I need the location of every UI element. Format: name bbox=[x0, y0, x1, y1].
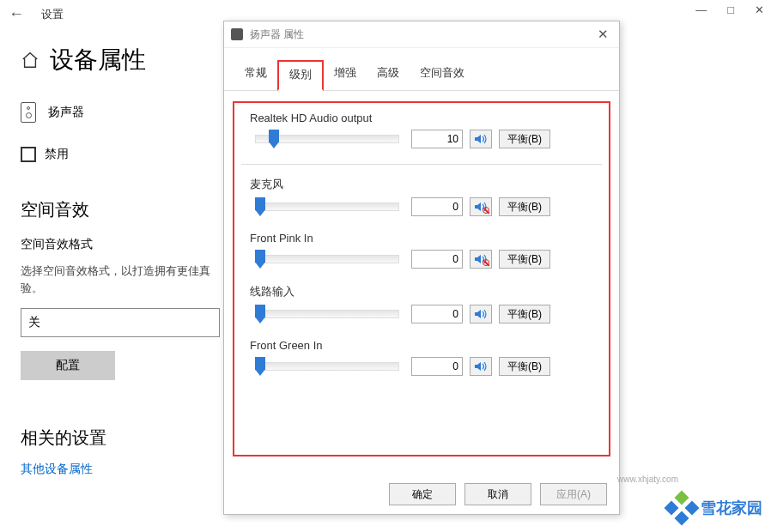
page-title: 设备属性 bbox=[50, 44, 146, 76]
volume-slider[interactable] bbox=[250, 357, 404, 376]
volume-input[interactable] bbox=[411, 305, 463, 323]
balance-button[interactable]: 平衡(B) bbox=[499, 130, 550, 148]
spatial-select[interactable]: 关 bbox=[21, 308, 220, 337]
volume-input[interactable] bbox=[411, 197, 463, 216]
channel-label: Front Pink In bbox=[250, 232, 593, 245]
back-icon[interactable]: ← bbox=[9, 5, 24, 23]
channel-label: 麦克风 bbox=[250, 177, 593, 192]
balance-button[interactable]: 平衡(B) bbox=[499, 250, 550, 269]
window-controls: — □ ✕ bbox=[695, 3, 764, 16]
ok-button[interactable]: 确定 bbox=[389, 483, 456, 505]
tab-空间音效[interactable]: 空间音效 bbox=[410, 60, 475, 90]
volume-slider[interactable] bbox=[250, 305, 404, 323]
mute-button[interactable] bbox=[470, 305, 492, 323]
dialog-close-icon[interactable]: ✕ bbox=[594, 27, 612, 42]
mute-button[interactable] bbox=[470, 130, 492, 148]
mute-button[interactable] bbox=[470, 357, 492, 376]
related-link[interactable]: 其他设备属性 bbox=[21, 462, 93, 477]
speaker-properties-dialog: 扬声器 属性 ✕ 常规级别增强高级空间音效 Realtek HD Audio o… bbox=[223, 21, 620, 515]
maximize-icon[interactable]: □ bbox=[727, 3, 734, 16]
settings-title: 设置 bbox=[41, 7, 64, 22]
channel-label: 线路输入 bbox=[250, 284, 593, 299]
volume-slider[interactable] bbox=[250, 250, 404, 269]
balance-button[interactable]: 平衡(B) bbox=[499, 357, 550, 376]
mute-button[interactable] bbox=[470, 197, 492, 216]
balance-button[interactable]: 平衡(B) bbox=[499, 305, 550, 323]
dialog-icon bbox=[231, 28, 243, 40]
tab-增强[interactable]: 增强 bbox=[324, 60, 367, 90]
device-name[interactable]: 扬声器 bbox=[48, 105, 84, 120]
speaker-device-icon bbox=[21, 102, 36, 123]
channel-label: Front Green In bbox=[250, 339, 593, 352]
volume-slider[interactable] bbox=[250, 130, 404, 148]
minimize-icon[interactable]: — bbox=[695, 3, 707, 16]
spatial-desc: 选择空间音效格式，以打造拥有更佳真验。 bbox=[21, 263, 218, 296]
home-icon[interactable] bbox=[21, 51, 39, 70]
tab-高级[interactable]: 高级 bbox=[367, 60, 410, 90]
watermark-logo-icon bbox=[666, 493, 697, 523]
tab-级别[interactable]: 级别 bbox=[277, 60, 324, 91]
mute-button[interactable] bbox=[470, 250, 492, 269]
volume-input[interactable] bbox=[411, 357, 463, 376]
apply-button[interactable]: 应用(A) bbox=[540, 483, 607, 505]
watermark-text: 雪花家园 bbox=[701, 498, 762, 518]
balance-button[interactable]: 平衡(B) bbox=[499, 197, 550, 216]
dialog-title: 扬声器 属性 bbox=[250, 27, 594, 42]
close-icon[interactable]: ✕ bbox=[755, 3, 764, 16]
configure-button[interactable]: 配置 bbox=[21, 351, 115, 380]
tab-常规[interactable]: 常规 bbox=[234, 60, 277, 90]
volume-input[interactable] bbox=[411, 250, 463, 269]
spatial-value: 关 bbox=[28, 315, 40, 330]
cancel-button[interactable]: 取消 bbox=[464, 483, 531, 505]
watermark-url: www.xhjaty.com bbox=[617, 475, 678, 484]
volume-slider[interactable] bbox=[250, 197, 404, 216]
watermark: 雪花家园 bbox=[666, 493, 762, 523]
volume-input[interactable] bbox=[411, 130, 463, 148]
disable-label: 禁用 bbox=[45, 147, 69, 162]
channel-label: Realtek HD Audio output bbox=[250, 112, 593, 124]
disable-checkbox[interactable] bbox=[21, 147, 36, 162]
